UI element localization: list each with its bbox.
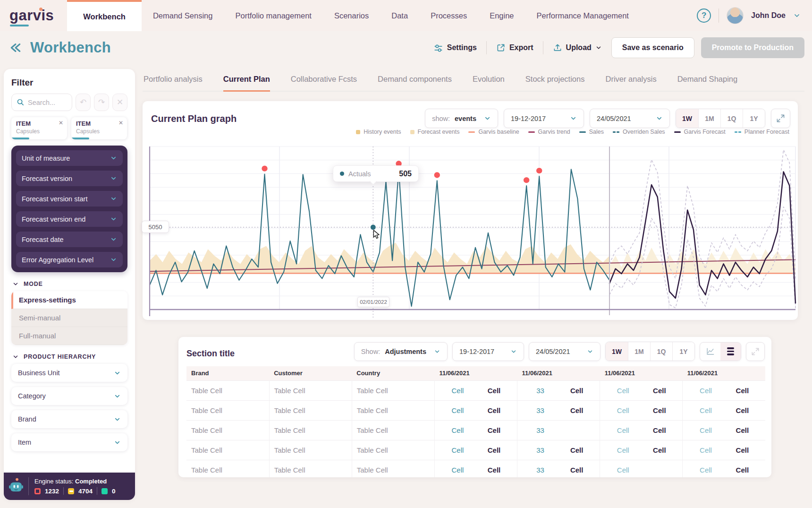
tab-stock-projections[interactable]: Stock projections [525,75,585,91]
collapse-sidebar-icon[interactable] [8,40,24,56]
tab-evolution[interactable]: Evolution [473,75,505,91]
tab-demand-shaping[interactable]: Demand Shaping [677,75,738,91]
filter-dropdown-forecast-version-end[interactable]: Forecast version end [16,211,123,227]
redo-button[interactable]: ↷ [94,94,109,111]
editable-value[interactable]: Cell [605,426,641,434]
tab-collaborative-fcsts[interactable]: Collaborative Fcsts [291,75,357,91]
settings-button[interactable]: Settings [431,43,480,53]
editable-value[interactable]: Cell [440,406,476,414]
tab-demand-components[interactable]: Demand components [378,75,452,91]
editable-value[interactable]: 33 [522,426,558,434]
user-chevron-down-icon[interactable] [793,12,801,19]
nav-item-portfolio-management[interactable]: Portfolio management [224,0,322,31]
nav-item-performance-management[interactable]: Performance Management [525,0,640,31]
editable-value[interactable]: Cell [687,406,724,414]
table-value-cell[interactable]: 33Cell [517,460,600,477]
forecast-chart[interactable] [143,135,798,320]
undo-button[interactable]: ↶ [76,94,91,111]
search-input-wrap[interactable] [11,94,72,111]
legend-item-overriden-sales[interactable]: Overriden Sales [613,129,665,135]
table-value-cell[interactable]: 33 [517,420,600,440]
help-icon[interactable]: ? [697,9,711,23]
show-adjustments-dropdown[interactable]: Show: Adjustments [354,342,448,361]
save-as-scenario-button[interactable]: Save as scenario [611,37,694,58]
mode-item-express-settings[interactable]: Express-settings [11,291,127,309]
editable-value[interactable]: 33 [522,387,558,395]
table-value-cell[interactable]: CellCell [434,400,517,420]
table-value-cell[interactable]: CellCell [434,380,517,400]
editable-value[interactable]: Cell [440,466,476,474]
editable-value[interactable]: Cell [605,406,641,414]
event-marker-dot[interactable] [262,165,268,172]
editable-value[interactable]: 33 [522,406,558,414]
tab-portfolio-analysis[interactable]: Portfolio analysis [144,75,203,91]
avatar[interactable] [727,7,744,24]
nav-item-processes[interactable]: Processes [419,0,478,31]
event-marker-dot[interactable] [536,167,542,174]
filter-dropdown-forecast-date[interactable]: Forecast date [16,232,123,247]
legend-item-history-events[interactable]: History events [356,129,401,135]
range-button-1w[interactable]: 1W [606,342,628,361]
date-to-dropdown[interactable]: 24/05/2021 [590,109,670,128]
mode-item-semi-manual[interactable]: Semi-manual [11,309,127,327]
mode-item-full-manual[interactable]: Full-manual [11,327,127,345]
legend-item-forecast-events[interactable]: Forecast events [410,129,460,135]
editable-value[interactable]: Cell [687,466,724,474]
range-button-1q[interactable]: 1Q [650,342,672,361]
search-input[interactable] [28,99,66,106]
close-icon[interactable]: ✕ [118,120,123,126]
range-button-1y[interactable]: 1Y [743,109,765,128]
fullscreen-button[interactable] [746,342,765,361]
table-value-cell[interactable]: CellCell [683,420,765,440]
filter-chip[interactable]: ITEMCapsules✕ [11,117,67,139]
table-value-cell[interactable]: CellCell [434,440,517,460]
date-to-dropdown[interactable]: 24/05/2021 [529,342,601,361]
tab-driver-analysis[interactable]: Driver analysis [605,75,656,91]
close-icon[interactable]: ✕ [59,120,63,126]
table-value-cell[interactable]: 33Cell [517,380,600,400]
filter-dropdown-error-aggregation-level[interactable]: Error Aggregation Level [16,252,123,267]
legend-item-sales[interactable]: Sales [579,129,604,135]
logo[interactable]: garvis [0,0,67,31]
nav-item-scenarios[interactable]: Scenarios [323,0,380,31]
date-from-dropdown[interactable]: 19-12-2017 [452,342,524,361]
editable-value[interactable]: 33 [522,446,558,454]
table-value-cell[interactable]: CellCell [434,420,517,440]
promote-to-production-button[interactable]: Promote to Production [701,37,804,58]
filter-dropdown-forecast-version[interactable]: Forecast version [16,171,123,186]
export-button[interactable]: Export [493,43,536,52]
user-name[interactable]: John Doe [751,11,786,20]
clear-filters-button[interactable]: ✕ [112,94,127,111]
range-button-1m[interactable]: 1M [698,109,720,128]
upload-button[interactable]: Upload [550,43,605,52]
date-from-dropdown[interactable]: 19-12-2017 [504,109,584,128]
filter-chip[interactable]: ITEMCapsules✕ [71,117,127,139]
fullscreen-button[interactable] [771,109,790,128]
show-events-dropdown[interactable]: show: events [425,109,498,128]
table-value-cell[interactable]: CellCell [600,380,683,400]
table-view-button[interactable] [720,343,741,361]
table-value-cell[interactable]: 33Cell [517,400,600,420]
hierarchy-dropdown-business-unit[interactable]: Business Unit [11,364,127,382]
event-marker-dot[interactable] [434,172,440,178]
editable-value[interactable]: Cell [687,387,724,395]
editable-value[interactable]: Cell [440,387,476,395]
filter-dropdown-unit-of-measure[interactable]: Unit of measure [16,150,123,166]
table-value-cell[interactable]: CellCell [600,400,683,420]
editable-value[interactable]: Cell [605,466,641,474]
nav-item-engine[interactable]: Engine [478,0,525,31]
table-value-cell[interactable]: 33Cell [517,440,600,460]
range-button-1q[interactable]: 1Q [720,109,743,128]
event-marker-dot[interactable] [523,177,530,183]
hierarchy-dropdown-item[interactable]: Item [11,433,127,451]
mode-section-header[interactable]: MODE [12,281,127,287]
editable-value[interactable]: Cell [440,426,476,434]
editable-value[interactable]: Cell [440,446,476,454]
editable-value[interactable]: Cell [687,426,724,434]
table-value-cell[interactable]: CellCell [683,440,765,460]
nav-item-workbench[interactable]: Workbench [67,0,142,31]
table-value-cell[interactable]: CellCell [683,380,765,400]
range-button-1w[interactable]: 1W [676,109,698,128]
chart-view-button[interactable] [700,343,720,361]
legend-item-garvis-baseline[interactable]: Garvis baseline [468,129,519,135]
